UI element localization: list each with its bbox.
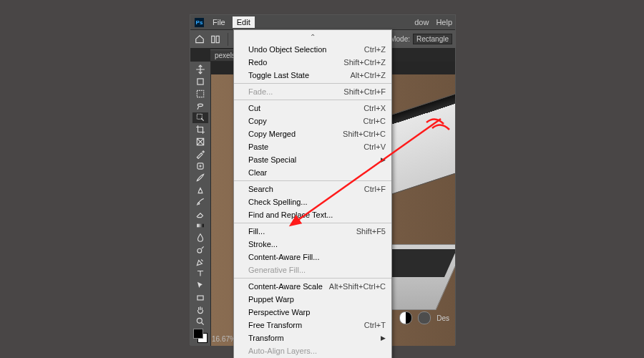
canvas-quick-controls: ✋ Des bbox=[383, 311, 449, 324]
menuitem-label: Copy Merged bbox=[248, 130, 296, 138]
menuitem-shortcut: Ctrl+X bbox=[364, 104, 386, 112]
menuitem-label: Check Spelling... bbox=[248, 198, 308, 206]
blur-tool[interactable] bbox=[192, 233, 208, 243]
menuitem-perspective-warp[interactable]: Perspective Warp bbox=[234, 306, 391, 319]
edit-dropdown-menu: ⌃ Undo Object SelectionCtrl+ZRedoShift+C… bbox=[233, 29, 392, 358]
menuitem-label: Copy bbox=[248, 117, 267, 125]
frame-tool[interactable] bbox=[192, 137, 208, 147]
menuitem-label: Generative Fill... bbox=[248, 266, 306, 274]
menuitem-clear[interactable]: Clear bbox=[234, 166, 391, 179]
menuitem-fill[interactable]: Fill...Shift+F5 bbox=[234, 225, 391, 238]
menuitem-shortcut: Shift+Ctrl+C bbox=[343, 130, 386, 138]
menuitem-undo-object-selection[interactable]: Undo Object SelectionCtrl+Z bbox=[234, 43, 391, 56]
menuitem-copy-merged[interactable]: Copy MergedShift+Ctrl+C bbox=[234, 127, 391, 140]
svg-rect-10 bbox=[197, 296, 203, 300]
menu-help[interactable]: Help bbox=[436, 18, 452, 26]
menuitem-label: Auto-Align Layers... bbox=[248, 347, 317, 355]
svg-point-7 bbox=[198, 203, 200, 204]
menu-separator bbox=[234, 278, 391, 279]
menuitem-puppet-warp[interactable]: Puppet Warp bbox=[234, 293, 391, 306]
svg-point-9 bbox=[197, 248, 202, 253]
deselect-label-trunc[interactable]: Des bbox=[436, 314, 449, 322]
menuitem-redo[interactable]: RedoShift+Ctrl+Z bbox=[234, 56, 391, 69]
home-icon[interactable] bbox=[193, 33, 206, 46]
menuitem-label: Content-Aware Fill... bbox=[248, 253, 319, 261]
circle-control-icon[interactable] bbox=[418, 311, 431, 324]
menuitem-check-spelling[interactable]: Check Spelling... bbox=[234, 195, 391, 208]
menuitem-label: Paste bbox=[248, 142, 268, 151]
menuitem-label: Redo bbox=[248, 58, 267, 67]
menuitem-copy[interactable]: CopyCtrl+C bbox=[234, 115, 391, 127]
menuitem-label: Puppet Warp bbox=[248, 295, 294, 304]
move-tool[interactable] bbox=[192, 64, 208, 75]
menuitem-paste-special[interactable]: Paste Special▶ bbox=[234, 153, 391, 166]
menuitem-label: Fill... bbox=[248, 227, 265, 236]
menu-separator bbox=[234, 83, 391, 84]
mask-mode-icon[interactable] bbox=[399, 311, 412, 324]
menuitem-shortcut: Alt+Ctrl+Z bbox=[350, 71, 386, 79]
clone-stamp-tool[interactable] bbox=[192, 185, 208, 195]
menuitem-label: Undo Object Selection bbox=[248, 45, 326, 54]
artboard-tool[interactable] bbox=[192, 77, 208, 87]
menuitem-toggle-last-state[interactable]: Toggle Last StateAlt+Ctrl+Z bbox=[234, 69, 391, 82]
menuitem-shortcut: Ctrl+V bbox=[364, 142, 386, 151]
pen-tool[interactable] bbox=[192, 256, 208, 267]
svg-rect-1 bbox=[216, 36, 219, 42]
gradient-tool[interactable] bbox=[192, 221, 208, 231]
photoshop-logo-icon: Ps bbox=[195, 18, 204, 27]
crop-tool[interactable] bbox=[192, 125, 208, 135]
menuitem-search[interactable]: SearchCtrl+F bbox=[234, 183, 391, 195]
menuitem-generative-fill: Generative Fill... bbox=[234, 263, 391, 276]
menu-window-trunc[interactable]: dow bbox=[414, 18, 429, 26]
menu-edit[interactable]: Edit bbox=[233, 16, 255, 28]
foreground-background-colors[interactable] bbox=[192, 329, 208, 343]
menuitem-auto-align-layers: Auto-Align Layers... bbox=[234, 344, 391, 357]
menuitem-fade: Fade...Shift+Ctrl+F bbox=[234, 85, 391, 98]
menuitem-cut[interactable]: CutCtrl+X bbox=[234, 102, 391, 115]
menuitem-shortcut: Ctrl+F bbox=[364, 185, 386, 193]
menu-separator bbox=[234, 100, 391, 100]
history-brush-tool[interactable] bbox=[192, 196, 208, 207]
eraser-tool[interactable] bbox=[192, 208, 208, 219]
toolbox bbox=[190, 62, 211, 346]
menu-bar: Ps File Edit dow Help bbox=[190, 15, 455, 29]
mode-label: Mode: bbox=[390, 35, 410, 43]
zoom-tool[interactable] bbox=[192, 316, 208, 327]
healing-brush-tool[interactable] bbox=[192, 160, 208, 171]
menuitem-find-and-replace-text[interactable]: Find and Replace Text... bbox=[234, 208, 391, 221]
menuitem-label: Perspective Warp bbox=[248, 308, 310, 316]
mode-select[interactable]: Rectangle bbox=[413, 34, 452, 44]
menu-separator bbox=[234, 180, 391, 181]
menuitem-free-transform[interactable]: Free TransformCtrl+T bbox=[234, 319, 391, 332]
lasso-tool[interactable] bbox=[192, 100, 208, 111]
svg-point-11 bbox=[197, 319, 202, 324]
menuitem-stroke[interactable]: Stroke... bbox=[234, 238, 391, 251]
brush-tool[interactable] bbox=[192, 173, 208, 183]
type-tool[interactable] bbox=[192, 268, 208, 279]
object-selection-tool[interactable] bbox=[192, 112, 208, 123]
menuitem-label: Free Transform bbox=[248, 321, 302, 329]
eyedropper-tool[interactable] bbox=[192, 148, 208, 159]
menuitem-label: Clear bbox=[248, 168, 267, 177]
menuitem-shortcut: Ctrl+C bbox=[364, 117, 386, 125]
menuitem-shortcut: Ctrl+T bbox=[364, 321, 386, 329]
menuitem-transform[interactable]: Transform▶ bbox=[234, 332, 391, 344]
path-selection-tool[interactable] bbox=[192, 281, 208, 291]
menuitem-label: Toggle Last State bbox=[248, 71, 309, 79]
menu-file[interactable]: File bbox=[208, 16, 230, 28]
dodge-tool[interactable] bbox=[192, 244, 208, 255]
menuitem-paste[interactable]: PasteCtrl+V bbox=[234, 140, 391, 153]
menuitem-content-aware-scale[interactable]: Content-Aware ScaleAlt+Shift+Ctrl+C bbox=[234, 280, 391, 293]
rectangle-shape-tool[interactable] bbox=[192, 293, 208, 304]
photoshop-window: Ps File Edit dow Help Mode: Rectangle pe… bbox=[190, 14, 456, 345]
menuitem-content-aware-fill[interactable]: Content-Aware Fill... bbox=[234, 251, 391, 263]
submenu-arrow-icon: ▶ bbox=[381, 156, 386, 163]
dropdown-back-caret[interactable]: ⌃ bbox=[234, 30, 391, 43]
rect-marquee-tool[interactable] bbox=[192, 89, 208, 100]
zoom-percentage[interactable]: 16.67% bbox=[212, 335, 236, 343]
menuitem-shortcut: Ctrl+Z bbox=[364, 45, 386, 54]
svg-rect-0 bbox=[212, 36, 215, 42]
hand-tool[interactable] bbox=[192, 304, 208, 315]
menuitem-label: Paste Special bbox=[248, 155, 296, 164]
arrange-documents-icon[interactable] bbox=[209, 33, 222, 46]
